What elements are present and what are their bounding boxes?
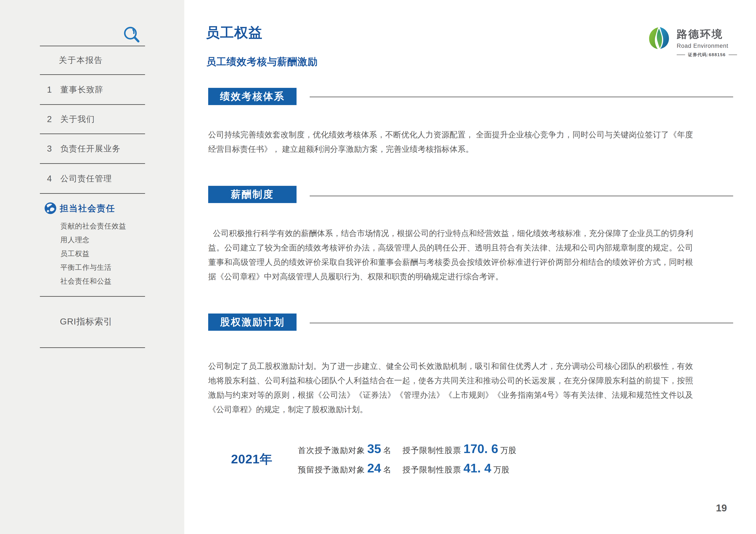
section-rule [310,195,733,196]
section-body-compensation-system: 公司积极推行科学有效的薪酬体系，结合市场情况，根据公司的行业特点和经营效益，细化… [208,226,693,284]
stat-value: 24 [367,461,381,475]
road-environment-logo: 路德环境 Road Environment 证券代码:688156 [677,27,737,58]
section-heading-equity-incentive-plan: 股权激励计划 [208,314,297,331]
globe-icon [44,202,57,215]
sidebar-divider [40,104,145,105]
logo-company-name-cn: 路德环境 [677,27,737,41]
section-heading-performance-appraisal: 绩效考核体系 [208,88,297,105]
sidebar-item-number: 3 [47,142,52,155]
stat-label: 首次授予激励对象 [298,445,365,456]
sidebar-subitem-talent-philosophy[interactable]: 用人理念 [60,234,181,246]
stat-unit: 万股 [500,445,516,456]
sidebar-item-social-responsibility[interactable]: 担当社会责任 [0,202,184,215]
sidebar-item-label: 董事长致辞 [60,83,103,96]
sidebar-item-label: 关于本报告 [59,53,103,67]
stat-unit: 名 [383,445,392,456]
section-rule [310,96,733,97]
stat-label: 预留授予激励对象 [298,465,365,475]
sidebar-divider [40,347,145,348]
logo-dash-left [677,55,685,55]
section-body-performance-appraisal: 公司持续完善绩效套改制度，优化绩效考核体系，不断优化人力资源配置， 全面提升企业… [208,127,693,156]
sidebar-item-number: 4 [47,172,52,185]
sidebar-subitem-csr-charity[interactable]: 社会责任和公益 [60,275,181,287]
sidebar-item-label: 公司责任管理 [60,172,112,185]
logo-dash-right [729,55,737,55]
stat-value: 170. 6 [464,442,498,456]
logo-stock-code-row: 证券代码:688156 [677,52,737,58]
stats-row-reserved-grant: 预留授予激励对象 24 名 授予限制性股票 41. 4 万股 [298,461,511,475]
sidebar-item-label: 担当社会责任 [60,202,115,215]
sidebar-item-about-report[interactable]: 关于本报告 [0,53,184,67]
section-heading-compensation-system: 薪酬制度 [208,186,297,203]
sidebar-divider [40,163,145,164]
sidebar-subitem-employee-rights[interactable]: 员工权益 [60,248,181,260]
stat-label: 授予限制性股票 [403,445,461,456]
stat-unit: 名 [383,465,392,475]
sidebar: 关于本报告 1 董事长致辞 2 关于我们 3 负责任开展业务 4 公司责任管理 … [0,0,184,534]
section-body-equity-incentive-plan: 公司制定了员工股权激励计划。为了进一步建立、健全公司长效激励机制，吸引和留住优秀… [208,359,693,417]
sidebar-item-gri-index[interactable]: GRI指标索引 [60,315,180,328]
sidebar-divider [40,134,145,134]
sidebar-divider [40,74,145,75]
stats-row-initial-grant: 首次授予激励对象 35 名 授予限制性股票 170. 6 万股 [298,442,518,456]
stat-value: 35 [367,442,381,456]
sidebar-item-responsibility-management[interactable]: 4 公司责任管理 [0,172,184,185]
stat-unit: 万股 [494,465,509,475]
sidebar-item-label: 关于我们 [60,113,95,126]
sidebar-divider [40,296,145,297]
page-number: 19 [716,502,727,514]
sidebar-divider [40,193,145,194]
sidebar-item-number: 1 [47,83,52,96]
logo-company-name-en: Road Environment [677,43,737,49]
sidebar-item-number: 2 [47,113,52,126]
sidebar-item-responsible-business[interactable]: 3 负责任开展业务 [0,142,184,155]
stat-label: 授予限制性股票 [403,465,461,475]
search-button[interactable] [123,25,141,44]
page-subtitle: 员工绩效考核与薪酬激励 [206,55,318,68]
sidebar-subitem-work-life-balance[interactable]: 平衡工作与生活 [60,262,181,273]
logo-stock-code: 证券代码:688156 [688,52,726,58]
section-rule [310,322,733,324]
search-icon [123,25,141,44]
sidebar-subitem-csr-benefits[interactable]: 贡献的社会责任效益 [60,220,181,232]
road-environment-logo-icon [649,27,669,50]
stat-value: 41. 4 [464,461,491,475]
sidebar-divider [40,46,145,46]
sidebar-item-about-us[interactable]: 2 关于我们 [0,113,184,126]
sidebar-item-chairman-address[interactable]: 1 董事长致辞 [0,83,184,96]
stats-year-label: 2021年 [231,451,272,468]
sidebar-item-label: 负责任开展业务 [60,142,121,155]
page-title: 员工权益 [206,23,263,42]
